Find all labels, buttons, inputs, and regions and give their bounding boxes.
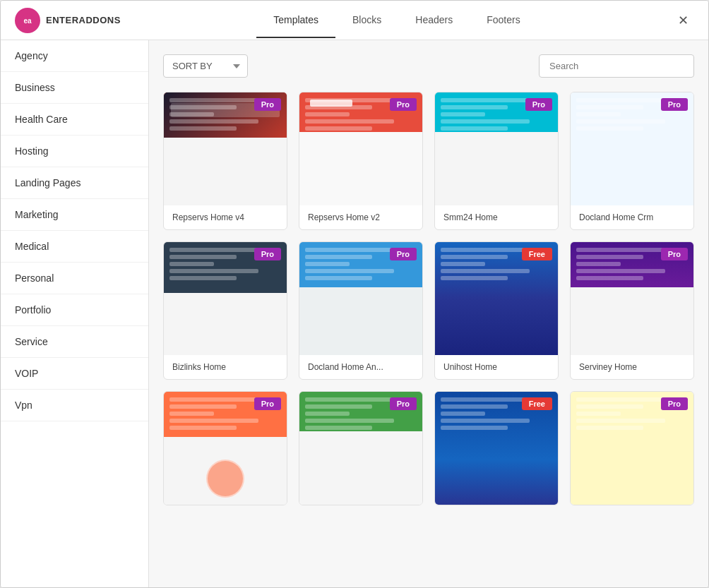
card-title: Docland Home An... (299, 355, 422, 379)
template-grid: Pro Repservs Home v4 Pro Repservs Home v… (163, 92, 694, 505)
fake-row (305, 269, 394, 273)
body: Agency Business Health Care Hosting Land… (1, 40, 708, 587)
tab-headers[interactable]: Headers (398, 3, 470, 38)
fake-row (576, 98, 665, 102)
badge-label: Free (522, 397, 552, 410)
modal-container: ea ENTERADDONS Templates Blocks Headers … (0, 0, 709, 588)
fake-row (576, 397, 665, 402)
template-card[interactable]: Pro Docland Home Crm (570, 92, 694, 230)
template-card[interactable]: Free Unihost Home (434, 241, 559, 380)
tab-blocks[interactable]: Blocks (335, 3, 398, 38)
template-card[interactable]: Pro Repservs Home v4 (163, 92, 287, 230)
fake-row (441, 419, 530, 423)
tab-footers[interactable]: Footers (470, 3, 537, 38)
fake-row (441, 412, 485, 416)
template-card[interactable]: Pro (570, 391, 694, 505)
template-card[interactable]: Pro Repservs Home v2 (299, 92, 423, 230)
tab-templates[interactable]: Templates (256, 3, 335, 38)
sidebar-item-medical[interactable]: Medical (1, 231, 148, 263)
sort-select[interactable]: SORT BY Newest Oldest A-Z Z-A (163, 54, 248, 78)
fake-row (441, 105, 508, 109)
card-title: Repservs Home v4 (164, 205, 287, 229)
card-title: Repservs Home v2 (299, 205, 422, 229)
template-card[interactable]: Pro Docland Home An... (299, 241, 423, 380)
fake-row (305, 397, 394, 402)
fake-row (576, 269, 665, 273)
fake-row (576, 126, 643, 131)
card-image: Free (435, 392, 558, 505)
fake-row (305, 426, 372, 430)
fake-row (441, 112, 485, 116)
fake-row (169, 426, 237, 430)
logo-text: ENTERADDONS (46, 15, 121, 25)
fake-row (576, 412, 621, 416)
sidebar-item-vpn[interactable]: Vpn (1, 390, 148, 421)
fake-row (169, 404, 237, 409)
template-card[interactable]: Pro Smm24 Home (434, 92, 559, 230)
template-card[interactable]: Pro Bizlinks Home (163, 241, 287, 380)
fake-row (305, 105, 372, 109)
fake-row (441, 426, 508, 430)
card-title: Smm24 Home (435, 205, 558, 229)
fake-row (441, 269, 530, 273)
fake-row (169, 255, 237, 259)
badge-label: Pro (254, 248, 281, 260)
fake-row (169, 419, 258, 423)
fake-row (305, 412, 350, 416)
template-card[interactable]: Free (434, 391, 559, 505)
card-image: Pro (571, 92, 693, 205)
fake-row (305, 419, 394, 423)
fake-row (305, 262, 350, 266)
fake-row (305, 126, 372, 131)
badge-label: Free (522, 248, 552, 260)
logo: ea ENTERADDONS (15, 8, 121, 33)
main-content: SORT BY Newest Oldest A-Z Z-A (149, 40, 708, 587)
toolbar: SORT BY Newest Oldest A-Z Z-A (163, 54, 694, 78)
template-card[interactable]: Pro (299, 391, 423, 505)
sidebar-item-business[interactable]: Business (1, 72, 148, 104)
fake-row (169, 126, 237, 131)
sidebar-item-healthcare[interactable]: Health Care (1, 104, 148, 136)
sidebar-item-voip[interactable]: VOIP (1, 358, 148, 390)
card-image: Free (435, 242, 558, 355)
fake-row (305, 255, 372, 259)
sidebar-item-marketing[interactable]: Marketing (1, 199, 148, 231)
fake-row (576, 112, 621, 116)
fake-row (169, 269, 258, 273)
fake-row (441, 397, 530, 402)
badge-label: Pro (661, 248, 688, 260)
card-image: Pro (164, 242, 287, 355)
fake-row (305, 248, 394, 252)
badge-label: Pro (390, 248, 417, 260)
card-image: Pro (299, 392, 422, 505)
fake-row (441, 262, 485, 266)
fake-row (169, 412, 214, 416)
search-input[interactable] (539, 54, 694, 78)
template-card[interactable]: Pro (163, 391, 287, 505)
fake-row (169, 276, 237, 280)
fake-row (169, 397, 258, 402)
card-image: Pro (164, 92, 287, 205)
sidebar-item-landingpages[interactable]: Landing Pages (1, 167, 148, 199)
sidebar-item-service[interactable]: Service (1, 326, 148, 358)
sidebar-item-agency[interactable]: Agency (1, 40, 148, 72)
sidebar-item-portfolio[interactable]: Portfolio (1, 294, 148, 326)
fake-row (576, 262, 621, 266)
sidebar-item-personal[interactable]: Personal (1, 263, 148, 294)
fake-row (305, 98, 394, 102)
badge-label: Pro (390, 98, 417, 111)
badge-label: Pro (254, 397, 281, 410)
card-title: Docland Home Crm (571, 205, 693, 229)
logo-svg: ea (20, 13, 35, 28)
template-card[interactable]: Pro Serviney Home (570, 241, 694, 380)
fake-row (576, 276, 643, 280)
svg-text:ea: ea (23, 17, 32, 25)
fake-row (169, 98, 258, 102)
sidebar-item-hosting[interactable]: Hosting (1, 136, 148, 167)
fake-row (305, 404, 372, 409)
fake-row (305, 276, 372, 280)
fake-row (169, 262, 214, 266)
fake-row (576, 426, 643, 430)
card-title: Bizlinks Home (164, 355, 287, 379)
close-button[interactable]: ✕ (673, 10, 694, 31)
